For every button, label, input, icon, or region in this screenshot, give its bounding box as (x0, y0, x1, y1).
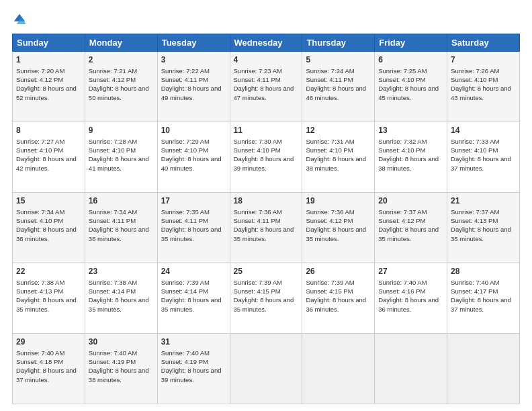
sunset-time: Sunset: 4:18 PM (16, 357, 81, 366)
sunrise-time: Sunrise: 7:39 AM (306, 278, 371, 287)
calendar-table: Sunday Monday Tuesday Wednesday Thursday… (12, 34, 520, 404)
sunset-time: Sunset: 4:13 PM (16, 287, 81, 295)
table-row: 23Sunrise: 7:38 AMSunset: 4:14 PMDayligh… (85, 263, 157, 334)
sunrise-time: Sunrise: 7:36 AM (306, 208, 371, 216)
table-row: 20Sunrise: 7:37 AMSunset: 4:12 PMDayligh… (375, 193, 447, 263)
col-sunday: Sunday (13, 34, 85, 52)
table-row (375, 334, 447, 404)
day-number: 1 (16, 54, 81, 66)
day-number: 24 (161, 266, 226, 277)
logo-icon (12, 12, 27, 27)
sunset-time: Sunset: 4:12 PM (16, 75, 81, 84)
table-row: 9Sunrise: 7:28 AMSunset: 4:10 PMDaylight… (85, 122, 157, 193)
sunset-time: Sunset: 4:12 PM (89, 75, 154, 84)
sunset-time: Sunset: 4:12 PM (306, 216, 371, 225)
sunrise-time: Sunrise: 7:30 AM (234, 137, 299, 146)
sunset-time: Sunset: 4:10 PM (306, 146, 371, 154)
table-row: 11Sunrise: 7:30 AMSunset: 4:10 PMDayligh… (230, 122, 302, 193)
page: Sunday Monday Tuesday Wednesday Thursday… (0, 0, 532, 411)
sunset-time: Sunset: 4:11 PM (161, 216, 226, 225)
daylight-hours: Daylight: 8 hours and 47 minutes. (234, 84, 299, 102)
table-row: 16Sunrise: 7:34 AMSunset: 4:11 PMDayligh… (85, 193, 157, 263)
sunset-time: Sunset: 4:11 PM (161, 75, 226, 84)
sunrise-time: Sunrise: 7:40 AM (378, 278, 443, 287)
daylight-hours: Daylight: 8 hours and 37 minutes. (16, 366, 81, 384)
day-number: 16 (89, 195, 154, 207)
table-row (447, 334, 520, 404)
sunrise-time: Sunrise: 7:22 AM (161, 66, 226, 75)
sunrise-time: Sunrise: 7:25 AM (378, 66, 443, 75)
logo (12, 12, 28, 27)
sunrise-time: Sunrise: 7:21 AM (89, 66, 154, 75)
col-friday: Friday (375, 34, 447, 52)
daylight-hours: Daylight: 8 hours and 36 minutes. (378, 295, 443, 314)
sunset-time: Sunset: 4:10 PM (234, 146, 299, 154)
sunset-time: Sunset: 4:12 PM (378, 216, 443, 225)
sunrise-time: Sunrise: 7:40 AM (16, 349, 81, 357)
daylight-hours: Daylight: 8 hours and 38 minutes. (378, 154, 443, 173)
sunrise-time: Sunrise: 7:23 AM (234, 66, 299, 75)
sunset-time: Sunset: 4:19 PM (161, 357, 226, 366)
sunset-time: Sunset: 4:10 PM (161, 146, 226, 154)
daylight-hours: Daylight: 8 hours and 52 minutes. (16, 84, 81, 102)
sunset-time: Sunset: 4:14 PM (161, 287, 226, 295)
day-number: 5 (306, 54, 371, 66)
table-row (230, 334, 302, 404)
daylight-hours: Daylight: 8 hours and 37 minutes. (451, 154, 516, 173)
table-row: 10Sunrise: 7:29 AMSunset: 4:10 PMDayligh… (157, 122, 230, 193)
daylight-hours: Daylight: 8 hours and 35 minutes. (234, 295, 299, 314)
table-row: 4Sunrise: 7:23 AMSunset: 4:11 PMDaylight… (230, 52, 302, 122)
day-number: 7 (451, 54, 516, 66)
calendar-week-row: 29Sunrise: 7:40 AMSunset: 4:18 PMDayligh… (13, 334, 520, 404)
sunrise-time: Sunrise: 7:33 AM (451, 137, 516, 146)
table-row: 2Sunrise: 7:21 AMSunset: 4:12 PMDaylight… (85, 52, 157, 122)
day-number: 25 (234, 266, 299, 277)
daylight-hours: Daylight: 8 hours and 38 minutes. (89, 366, 154, 384)
day-number: 13 (378, 125, 443, 136)
sunrise-time: Sunrise: 7:37 AM (378, 208, 443, 216)
sunset-time: Sunset: 4:10 PM (378, 146, 443, 154)
table-row: 5Sunrise: 7:24 AMSunset: 4:11 PMDaylight… (302, 52, 375, 122)
col-saturday: Saturday (447, 34, 520, 52)
sunrise-time: Sunrise: 7:32 AM (378, 137, 443, 146)
sunrise-time: Sunrise: 7:31 AM (306, 137, 371, 146)
calendar-header-row: Sunday Monday Tuesday Wednesday Thursday… (13, 34, 520, 52)
sunrise-time: Sunrise: 7:38 AM (16, 278, 81, 287)
day-number: 22 (16, 266, 81, 277)
col-wednesday: Wednesday (230, 34, 302, 52)
daylight-hours: Daylight: 8 hours and 35 minutes. (306, 225, 371, 243)
table-row: 30Sunrise: 7:40 AMSunset: 4:19 PMDayligh… (85, 334, 157, 404)
daylight-hours: Daylight: 8 hours and 43 minutes. (451, 84, 516, 102)
table-row: 21Sunrise: 7:37 AMSunset: 4:13 PMDayligh… (447, 193, 520, 263)
day-number: 12 (306, 125, 371, 136)
calendar-week-row: 8Sunrise: 7:27 AMSunset: 4:10 PMDaylight… (13, 122, 520, 193)
sunrise-time: Sunrise: 7:28 AM (89, 137, 154, 146)
day-number: 8 (16, 125, 81, 136)
day-number: 4 (234, 54, 299, 66)
day-number: 21 (451, 195, 516, 207)
table-row: 31Sunrise: 7:40 AMSunset: 4:19 PMDayligh… (157, 334, 230, 404)
day-number: 9 (89, 125, 154, 136)
sunrise-time: Sunrise: 7:39 AM (234, 278, 299, 287)
sunset-time: Sunset: 4:17 PM (451, 287, 516, 295)
sunset-time: Sunset: 4:11 PM (234, 216, 299, 225)
sunrise-time: Sunrise: 7:26 AM (451, 66, 516, 75)
table-row (302, 334, 375, 404)
col-monday: Monday (85, 34, 157, 52)
sunrise-time: Sunrise: 7:34 AM (16, 208, 81, 216)
calendar-week-row: 1Sunrise: 7:20 AMSunset: 4:12 PMDaylight… (13, 52, 520, 122)
daylight-hours: Daylight: 8 hours and 35 minutes. (161, 225, 226, 243)
day-number: 6 (378, 54, 443, 66)
table-row: 1Sunrise: 7:20 AMSunset: 4:12 PMDaylight… (13, 52, 85, 122)
table-row: 25Sunrise: 7:39 AMSunset: 4:15 PMDayligh… (230, 263, 302, 334)
daylight-hours: Daylight: 8 hours and 37 minutes. (451, 295, 516, 314)
sunrise-time: Sunrise: 7:40 AM (89, 349, 154, 357)
table-row: 13Sunrise: 7:32 AMSunset: 4:10 PMDayligh… (375, 122, 447, 193)
sunset-time: Sunset: 4:10 PM (16, 216, 81, 225)
table-row: 27Sunrise: 7:40 AMSunset: 4:16 PMDayligh… (375, 263, 447, 334)
daylight-hours: Daylight: 8 hours and 38 minutes. (306, 154, 371, 173)
sunset-time: Sunset: 4:15 PM (234, 287, 299, 295)
sunset-time: Sunset: 4:10 PM (16, 146, 81, 154)
sunrise-time: Sunrise: 7:40 AM (161, 349, 226, 357)
daylight-hours: Daylight: 8 hours and 35 minutes. (16, 295, 81, 314)
